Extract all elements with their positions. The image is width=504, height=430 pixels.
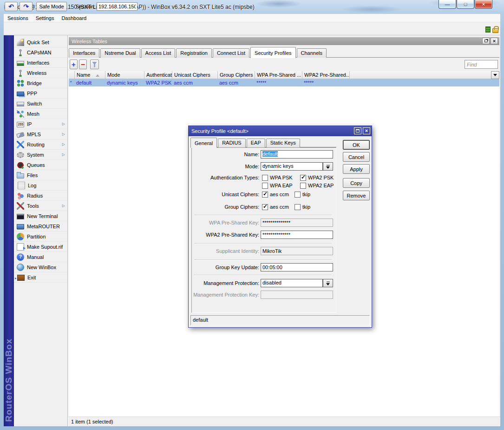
column-header-wpa-psk[interactable]: WPA Pre-Shared ... <box>255 71 302 79</box>
checkbox-wpa2-eap[interactable]: WPA2 EAP <box>300 182 334 189</box>
name-input[interactable]: default <box>261 150 333 159</box>
supplicant-identity-input[interactable] <box>261 247 333 255</box>
checkbox-icon[interactable] <box>262 192 268 198</box>
sidebar-item-log[interactable]: Log <box>14 180 67 191</box>
column-header-mode[interactable]: Mode <box>105 71 144 79</box>
menu-sessions[interactable]: Sessions <box>4 14 32 22</box>
sidebar-item-ppp[interactable]: PPP <box>14 88 67 99</box>
sidebar-item-wireless[interactable]: Wireless <box>14 68 67 78</box>
column-select-dropdown-button[interactable] <box>491 71 499 79</box>
tab-access-list[interactable]: Access List <box>141 48 176 58</box>
tab-nstreme-dual[interactable]: Nstreme Dual <box>100 48 140 58</box>
checkbox-group-tkip[interactable]: tkip <box>295 204 310 210</box>
checkbox-icon[interactable] <box>300 183 306 189</box>
tab-registration[interactable]: Registration <box>176 48 212 58</box>
column-header-group-ciphers[interactable]: Group Ciphers <box>217 71 255 79</box>
management-protection-dropdown-button[interactable] <box>323 279 333 287</box>
table-row-default[interactable]: * default dynamic keys WPA2 PSK aes ccm … <box>69 79 499 86</box>
dialog-tab-general[interactable]: General <box>190 138 217 148</box>
sidebar-item-bridge[interactable]: Bridge <box>14 78 67 88</box>
checkbox-icon[interactable] <box>262 204 268 210</box>
sidebar-item-make-supout[interactable]: Make Supout.rif <box>14 242 67 252</box>
checkbox-wpa2-psk[interactable]: WPA2 PSK <box>300 174 334 181</box>
checkbox-unicast-aes-ccm[interactable]: aes ccm <box>262 191 289 198</box>
remove-button[interactable]: Remove <box>343 191 370 200</box>
row-group-ciphers: aes ccm <box>219 80 255 86</box>
filter-button[interactable] <box>90 60 99 69</box>
sidebar-item-quick-set[interactable]: Quick Set <box>14 37 67 47</box>
tab-interfaces[interactable]: Interfaces <box>69 48 99 58</box>
sidebar-item-manual[interactable]: ?Manual <box>14 252 67 262</box>
sidebar-item-new-terminal[interactable]: New Terminal <box>14 211 67 221</box>
tab-security-profiles[interactable]: Security Profiles <box>250 47 295 58</box>
mode-combobox[interactable]: dynamic keys <box>261 162 323 171</box>
remove-button[interactable]: − <box>79 60 87 69</box>
sidebar-item-system[interactable]: System▷ <box>14 150 67 160</box>
find-input[interactable] <box>465 60 498 69</box>
checkbox-icon[interactable] <box>262 175 268 181</box>
sidebar-item-files[interactable]: Files <box>14 170 67 180</box>
undo-button[interactable]: ↶ <box>5 2 18 11</box>
session-input[interactable] <box>97 2 137 11</box>
tab-connect-list[interactable]: Connect List <box>213 48 249 58</box>
sidebar-item-radius[interactable]: Radius <box>14 191 67 201</box>
management-protection-key-input[interactable] <box>261 291 333 299</box>
mode-dropdown-button[interactable] <box>323 162 333 171</box>
column-header-authentication[interactable]: Authenticatio... <box>144 71 172 79</box>
dialog-tab-radius[interactable]: RADIUS <box>218 139 246 147</box>
sidebar-item-routing[interactable]: Routing▷ <box>14 139 67 150</box>
sidebar-item-switch[interactable]: Switch <box>14 99 67 109</box>
sidebar-item-exit[interactable]: Exit <box>14 272 67 283</box>
checkbox-icon[interactable] <box>262 183 268 189</box>
apply-button[interactable]: Apply <box>343 164 370 174</box>
sidebar-item-mpls[interactable]: MPLS▷ <box>14 129 67 139</box>
column-header-flag[interactable] <box>69 71 74 79</box>
column-header-name[interactable]: Name <box>74 71 105 79</box>
wireless-restore-button[interactable] <box>482 38 490 44</box>
wireless-tables-titlebar[interactable]: Wireless Tables × <box>69 37 499 45</box>
close-button[interactable]: × <box>475 0 492 9</box>
sidebar-item-partition[interactable]: Partition <box>14 232 67 242</box>
wireless-close-button[interactable]: × <box>491 38 498 44</box>
dialog-tab-static-keys[interactable]: Static Keys <box>266 139 300 147</box>
copy-button[interactable]: Copy <box>343 178 370 188</box>
dialog-maximize-button[interactable] <box>354 127 361 134</box>
cancel-button[interactable]: Cancel <box>343 152 370 162</box>
column-header-unicast-ciphers[interactable]: Unicast Ciphers <box>172 71 217 79</box>
wpa2-pre-shared-key-input[interactable] <box>261 231 333 239</box>
sidebar-item-mesh[interactable]: Mesh <box>14 109 67 119</box>
add-button[interactable]: + <box>70 60 78 69</box>
menu-settings[interactable]: Settings <box>32 14 58 22</box>
sidebar-item-ip[interactable]: 255IP▷ <box>14 119 67 129</box>
dialog-close-button[interactable]: × <box>363 127 370 134</box>
group-key-update-input[interactable] <box>261 263 333 271</box>
checkbox-wpa-eap[interactable]: WPA EAP <box>262 182 293 189</box>
dialog-titlebar[interactable]: Security Profile <default> × <box>189 126 372 136</box>
checkbox-group-aes-ccm[interactable]: aes ccm <box>262 204 289 210</box>
table-header: Name Mode Authenticatio... Unicast Ciphe… <box>69 71 499 79</box>
checkbox-icon[interactable] <box>300 175 306 181</box>
checkbox-icon[interactable] <box>295 204 301 210</box>
maximize-button[interactable]: □ <box>457 0 474 9</box>
sidebar-item-new-winbox[interactable]: New WinBox <box>14 262 67 272</box>
sidebar-item-tools[interactable]: Tools▷ <box>14 201 67 211</box>
sidebar-item-capsman[interactable]: CAPsMAN <box>14 47 67 58</box>
redo-button[interactable]: ↷ <box>20 2 33 11</box>
checkbox-icon[interactable] <box>295 192 301 198</box>
sidebar-item-interfaces[interactable]: Interfaces <box>14 58 67 68</box>
column-header-wpa2-psk[interactable]: WPA2 Pre-Shared... <box>302 71 349 79</box>
management-protection-combobox[interactable]: disabled <box>261 279 323 287</box>
dialog-tab-eap[interactable]: EAP <box>247 139 265 147</box>
ok-button[interactable]: OK <box>343 140 370 150</box>
wpa-pre-shared-key-input[interactable] <box>261 218 333 227</box>
checkbox-unicast-tkip[interactable]: tkip <box>295 191 310 198</box>
menu-dashboard[interactable]: Dashboard <box>58 14 90 22</box>
minimize-button[interactable]: — <box>439 0 456 9</box>
redo-icon: ↷ <box>23 3 29 10</box>
tab-channels[interactable]: Channels <box>297 48 327 58</box>
sidebar-item-metarouter[interactable]: MetaROUTER <box>14 221 67 232</box>
mode-label: Mode: <box>192 164 259 169</box>
sidebar-item-queues[interactable]: Queues <box>14 160 67 170</box>
checkbox-wpa-psk[interactable]: WPA PSK <box>262 174 293 181</box>
safe-mode-button[interactable]: Safe Mode <box>36 2 67 11</box>
